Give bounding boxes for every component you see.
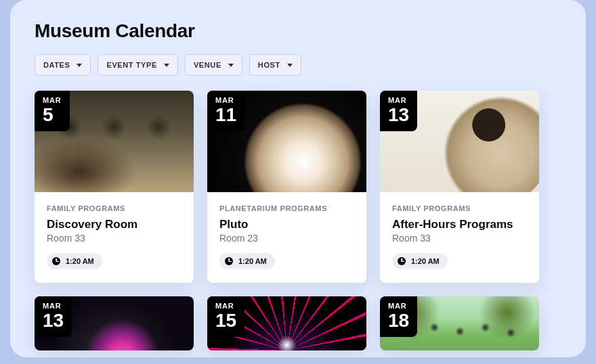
event-time: 1:20 AM [411,257,440,265]
event-time-chip: 1:20 AM [219,253,275,269]
event-title: Discovery Room [47,218,182,231]
event-time-chip: 1:20 AM [47,253,102,269]
date-day: 15 [215,311,236,330]
event-grid: MAR 5 FAMILY PROGRAMS Discovery Room Roo… [35,91,561,350]
event-image: MAR 13 [380,91,539,192]
event-image: MAR 11 [207,91,366,192]
date-month: MAR [388,96,409,104]
event-body: FAMILY PROGRAMS Discovery Room Room 33 1… [35,192,194,283]
event-category: FAMILY PROGRAMS [47,204,182,212]
date-badge: MAR 15 [207,296,244,337]
event-time-chip: 1:20 AM [392,253,448,269]
calendar-page: Museum Calendar DATES EVENT TYPE VENUE H… [10,0,586,357]
event-card[interactable]: MAR 5 FAMILY PROGRAMS Discovery Room Roo… [35,91,194,283]
page-title: Museum Calendar [35,20,561,42]
event-image: MAR 18 [380,296,539,350]
date-day: 13 [388,106,409,124]
event-time: 1:20 AM [238,257,267,265]
chevron-down-icon [164,64,169,67]
clock-icon [398,257,406,265]
clock-icon [52,257,60,265]
chevron-down-icon [287,64,293,67]
clock-icon [225,257,233,265]
date-month: MAR [43,96,62,104]
event-room: Room 33 [392,233,527,244]
event-card[interactable]: MAR 18 [380,296,539,350]
event-card[interactable]: MAR 13 FAMILY PROGRAMS After-Hours Progr… [380,91,539,283]
date-badge: MAR 11 [207,91,244,131]
date-day: 5 [43,106,62,124]
date-month: MAR [215,302,236,310]
date-month: MAR [43,302,64,310]
filter-bar: DATES EVENT TYPE VENUE HOST [35,54,561,76]
event-room: Room 23 [219,233,354,244]
filter-venue[interactable]: VENUE [185,54,242,76]
event-time: 1:20 AM [66,257,94,265]
event-title: Pluto [219,218,354,231]
event-card[interactable]: MAR 11 PLANETARIUM PROGRAMS Pluto Room 2… [207,91,366,283]
chevron-down-icon [77,64,82,67]
event-category: FAMILY PROGRAMS [392,204,527,212]
event-image: MAR 15 [207,296,366,350]
event-title: After-Hours Programs [392,218,527,231]
filter-host[interactable]: HOST [249,54,301,76]
event-card[interactable]: MAR 13 [35,296,194,350]
date-month: MAR [388,302,409,310]
date-month: MAR [215,96,236,104]
event-body: PLANETARIUM PROGRAMS Pluto Room 23 1:20 … [207,192,366,283]
date-day: 11 [215,106,236,124]
event-image: MAR 13 [35,296,194,350]
date-badge: MAR 13 [35,296,72,337]
filter-dates[interactable]: DATES [35,54,91,76]
filter-label: HOST [258,61,280,69]
event-card[interactable]: MAR 15 [207,296,366,350]
event-category: PLANETARIUM PROGRAMS [219,204,354,212]
date-badge: MAR 18 [380,296,417,337]
filter-label: DATES [43,61,70,69]
date-badge: MAR 13 [380,91,417,131]
date-day: 13 [43,311,64,330]
chevron-down-icon [228,64,234,67]
date-day: 18 [388,311,409,330]
date-badge: MAR 5 [35,91,70,131]
event-image: MAR 5 [35,91,194,192]
filter-label: VENUE [194,61,221,69]
filter-event-type[interactable]: EVENT TYPE [98,54,177,76]
event-room: Room 33 [47,233,182,244]
event-body: FAMILY PROGRAMS After-Hours Programs Roo… [380,192,539,283]
filter-label: EVENT TYPE [106,61,156,69]
